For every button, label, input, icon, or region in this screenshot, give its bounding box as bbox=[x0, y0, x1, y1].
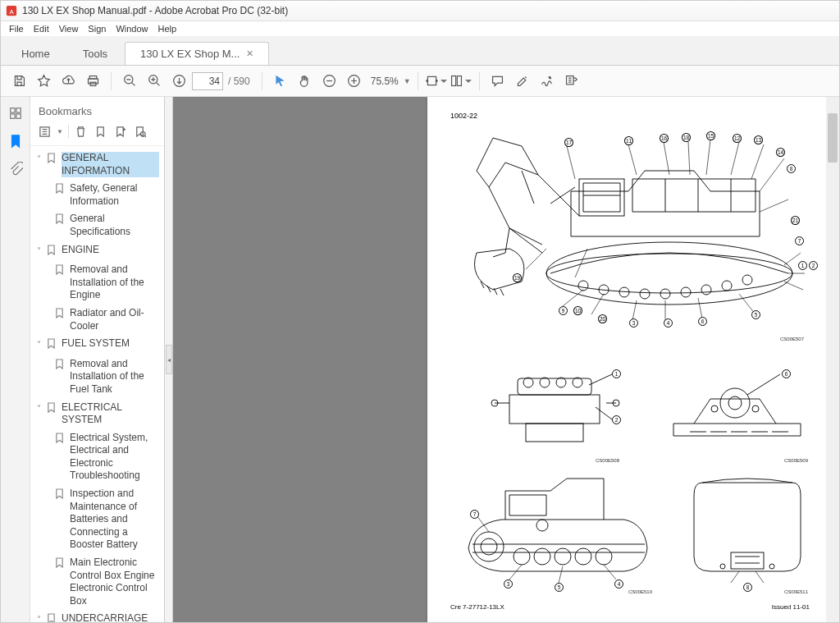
svg-rect-11 bbox=[428, 76, 436, 85]
menu-view[interactable]: View bbox=[54, 24, 84, 34]
options-icon[interactable] bbox=[37, 124, 52, 139]
comment-icon[interactable] bbox=[486, 70, 509, 93]
menu-bar[interactable]: File Edit View Sign Window Help bbox=[1, 21, 839, 36]
bookmark-label: GENERAL INFORMATION bbox=[62, 152, 159, 177]
bookmark-label: FUEL SYSTEM bbox=[62, 337, 159, 350]
toolbar: / 590 75.5% ▼ bbox=[1, 66, 839, 97]
svg-rect-13 bbox=[458, 76, 462, 86]
svg-rect-54 bbox=[731, 552, 764, 569]
bookmark-item[interactable]: General Specifications bbox=[32, 210, 162, 240]
document-view[interactable]: 1002-22 bbox=[173, 97, 839, 622]
svg-rect-15 bbox=[10, 108, 14, 112]
more-tools-icon[interactable] bbox=[560, 70, 583, 93]
vertical-scrollbar[interactable] bbox=[826, 97, 839, 622]
figure-code: CS00E507 bbox=[780, 337, 804, 341]
svg-point-44 bbox=[711, 405, 718, 412]
svg-point-30 bbox=[722, 281, 732, 291]
tab-tools[interactable]: Tools bbox=[67, 42, 123, 65]
page-total-label: / 590 bbox=[228, 76, 250, 87]
bookmark-item[interactable]: Electrical System, Electrical and Electr… bbox=[32, 429, 162, 485]
page-down-icon[interactable] bbox=[167, 70, 190, 93]
bookmarks-panel: Bookmarks ▼ ˅GENERAL INFORMATIONSafety, … bbox=[30, 97, 165, 622]
find-bookmark-icon[interactable] bbox=[133, 124, 148, 139]
tab-home[interactable]: Home bbox=[6, 42, 66, 65]
separator bbox=[418, 72, 418, 90]
bookmark-item[interactable]: Removal and Installation of the Fuel Tan… bbox=[32, 355, 162, 399]
panel-title: Bookmarks bbox=[30, 97, 164, 124]
bookmark-item[interactable]: ˅FUEL SYSTEM bbox=[32, 335, 162, 355]
bookmark-item[interactable]: ˅GENERAL INFORMATION bbox=[32, 149, 162, 180]
fit-width-icon[interactable] bbox=[425, 70, 448, 93]
cloud-upload-icon[interactable] bbox=[57, 70, 80, 93]
attachments-icon[interactable] bbox=[7, 161, 24, 177]
tab-document[interactable]: 130 LX EX Shop M... ✕ bbox=[125, 42, 269, 65]
tab-bar: Home Tools 130 LX EX Shop M... ✕ bbox=[1, 36, 839, 66]
svg-point-45 bbox=[752, 405, 759, 412]
panel-collapse-handle[interactable]: ◂ bbox=[165, 97, 173, 622]
bookmarks-tree[interactable]: ˅GENERAL INFORMATIONSafety, General Info… bbox=[30, 146, 164, 622]
svg-point-46 bbox=[474, 532, 504, 561]
bookmark-item[interactable]: ˅ENGINE bbox=[32, 241, 162, 262]
zoom-minus-icon[interactable] bbox=[318, 70, 341, 93]
bookmark-label: Removal and Installation of the Engine bbox=[70, 263, 159, 302]
nav-rail bbox=[1, 97, 30, 622]
bookmark-label: ENGINE bbox=[62, 244, 159, 257]
page-display-icon[interactable] bbox=[450, 70, 472, 93]
menu-window[interactable]: Window bbox=[111, 24, 153, 34]
menu-sign[interactable]: Sign bbox=[83, 24, 111, 34]
svg-point-29 bbox=[701, 285, 711, 295]
separator bbox=[68, 125, 69, 138]
zoom-out-icon[interactable] bbox=[118, 70, 141, 93]
bookmark-item[interactable]: Inspection and Maintenance of Batteries … bbox=[32, 485, 162, 554]
menu-help[interactable]: Help bbox=[153, 24, 182, 34]
svg-point-49 bbox=[534, 548, 550, 565]
bookmark-item[interactable]: Removal and Installation of the Engine bbox=[32, 261, 162, 305]
separator bbox=[479, 72, 480, 90]
figure-travel-motor bbox=[489, 358, 620, 456]
save-icon[interactable] bbox=[7, 70, 30, 93]
chevron-down-icon[interactable]: ▼ bbox=[57, 128, 63, 135]
app-pdf-icon: A bbox=[6, 5, 17, 16]
new-bookmark-icon[interactable] bbox=[94, 124, 108, 139]
scrollbar-thumb[interactable] bbox=[828, 113, 838, 163]
separator bbox=[111, 72, 112, 90]
window-title: 130 LX EX Shop Manual.pdf - Adobe Acroba… bbox=[22, 5, 288, 16]
sign-icon[interactable] bbox=[536, 70, 559, 93]
highlight-icon[interactable] bbox=[511, 70, 534, 93]
delete-icon[interactable] bbox=[74, 124, 89, 139]
star-icon[interactable] bbox=[32, 70, 55, 93]
chevron-down-icon[interactable]: ▼ bbox=[404, 77, 411, 85]
svg-rect-12 bbox=[452, 76, 456, 86]
zoom-level-label[interactable]: 75.5% bbox=[371, 76, 399, 87]
menu-file[interactable]: File bbox=[4, 24, 29, 34]
zoom-in-icon[interactable] bbox=[143, 70, 166, 93]
svg-point-43 bbox=[728, 396, 742, 410]
svg-point-27 bbox=[660, 289, 670, 299]
svg-rect-16 bbox=[16, 108, 20, 112]
bookmark-item[interactable]: Radiator and Oil-Cooler bbox=[32, 305, 162, 335]
print-icon[interactable] bbox=[81, 70, 104, 93]
add-bookmark-icon[interactable] bbox=[113, 124, 128, 139]
bookmark-item[interactable]: Safety, General Information bbox=[32, 180, 162, 210]
figure-code: CS00E510 bbox=[628, 589, 652, 594]
bookmark-label: Main Electronic Control Box Engine Elect… bbox=[70, 557, 159, 607]
bookmarks-icon[interactable] bbox=[7, 133, 24, 149]
svg-rect-32 bbox=[579, 179, 624, 216]
figure-code: CS00E511 bbox=[784, 589, 808, 594]
hand-pan-icon[interactable] bbox=[294, 70, 317, 93]
thumbnails-icon[interactable] bbox=[7, 105, 24, 121]
bookmark-item[interactable]: Main Electronic Control Box Engine Elect… bbox=[32, 554, 162, 610]
figure-main-excavator bbox=[460, 130, 805, 331]
bookmark-item[interactable]: ˅UNDERCARRIAGE bbox=[32, 610, 162, 622]
bookmark-label: UNDERCARRIAGE bbox=[62, 612, 159, 622]
page-number-input[interactable] bbox=[192, 72, 223, 90]
svg-text:A: A bbox=[9, 8, 14, 16]
svg-point-39 bbox=[540, 378, 550, 387]
bookmark-label: Radiator and Oil-Cooler bbox=[70, 307, 159, 332]
selection-arrow-icon[interactable] bbox=[269, 70, 292, 93]
close-icon[interactable]: ✕ bbox=[246, 48, 253, 59]
zoom-plus-icon[interactable] bbox=[343, 70, 366, 93]
menu-edit[interactable]: Edit bbox=[29, 24, 54, 34]
bookmark-item[interactable]: ˅ELECTRICAL SYSTEM bbox=[32, 399, 162, 429]
title-bar: A 130 LX EX Shop Manual.pdf - Adobe Acro… bbox=[1, 1, 839, 21]
